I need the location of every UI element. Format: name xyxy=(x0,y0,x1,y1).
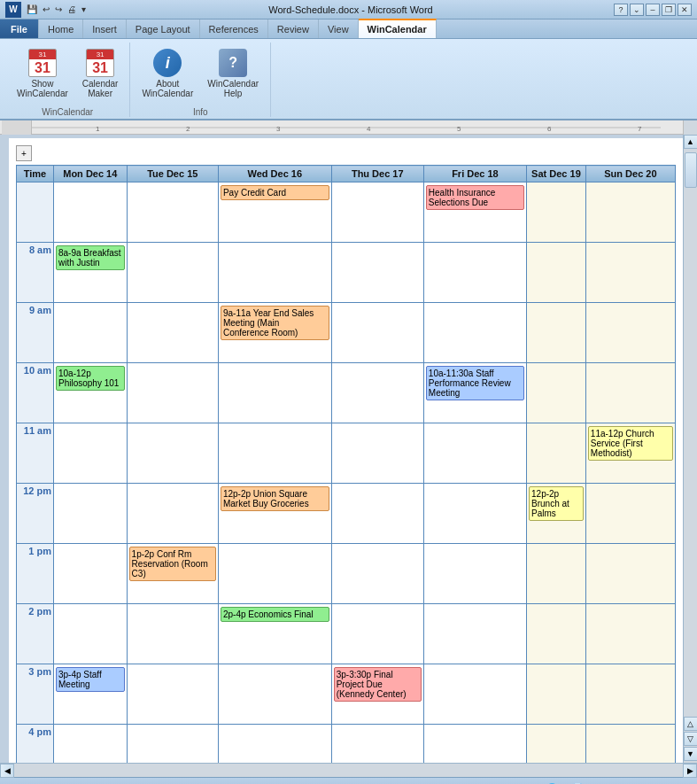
time-label-9am: 9 am xyxy=(17,303,54,363)
about-wincalendar-btn[interactable]: i AboutWinCalendar xyxy=(137,46,197,101)
word-icon: W xyxy=(5,2,21,18)
cell-tue-11am xyxy=(127,423,218,484)
tab-view[interactable]: View xyxy=(319,19,359,38)
about-icon: i xyxy=(153,49,182,77)
cell-mon-12pm xyxy=(54,484,128,544)
svg-text:3: 3 xyxy=(276,125,281,133)
show-wincal-icon: 31 31 xyxy=(28,49,57,77)
event-pay-credit-card: Pay Credit Card xyxy=(221,185,329,200)
table-row: 11 am 11a-12p Church Service (First Meth… xyxy=(17,423,676,484)
cell-wed-9am: 9a-11a Year End Sales Meeting (Main Conf… xyxy=(218,303,331,363)
cell-sun-4pm xyxy=(585,725,675,764)
print-qat-btn[interactable]: 🖨 xyxy=(66,4,78,15)
scroll-left-btn[interactable]: ◀ xyxy=(0,764,14,778)
redo-qat-btn[interactable]: ↪ xyxy=(53,4,64,15)
time-label-12pm: 12 pm xyxy=(17,484,54,544)
event-year-end-sales: 9a-11a Year End Sales Meeting (Main Conf… xyxy=(221,306,329,340)
cell-mon-1pm xyxy=(54,544,128,604)
scroll-page-up-btn[interactable]: △ xyxy=(684,717,698,731)
scroll-thumb[interactable] xyxy=(685,152,697,188)
svg-text:4: 4 xyxy=(367,125,371,133)
scroll-bottom-btns: △ ▽ ▼ xyxy=(684,717,698,761)
left-margin xyxy=(0,135,9,763)
close-btn[interactable]: ✕ xyxy=(678,4,692,16)
event-brunch-palms: 12p-2p Brunch at Palms xyxy=(529,486,584,521)
cell-sat-10am xyxy=(527,363,586,423)
table-row: Pay Credit Card Health Insurance Selecti… xyxy=(17,182,676,243)
corner-row: + xyxy=(16,145,676,163)
calendar-header-row: Time Mon Dec 14 Tue Dec 15 Wed Dec 16 Th… xyxy=(17,166,676,182)
scroll-up-btn[interactable]: ▲ xyxy=(684,135,698,149)
cell-wed-12pm: 12p-2p Union Square Market Buy Groceries xyxy=(218,484,331,544)
ribbon-group-wincal-items: 31 31 ShowWinCalendar 31 31 CalendarMake… xyxy=(12,44,122,105)
event-staff-meeting: 3p-4p Staff Meeting xyxy=(56,667,125,692)
header-sat: Sat Dec 19 xyxy=(527,166,586,182)
cell-sun-9am xyxy=(585,303,675,363)
cell-thu-4pm xyxy=(331,725,423,764)
event-philosophy: 10a-12p Philosophy 101 xyxy=(56,366,125,391)
cell-wed-2pm: 2p-4p Economics Final xyxy=(218,604,331,664)
tab-insert[interactable]: Insert xyxy=(83,19,127,38)
horizontal-scrollbar: ◀ ▶ xyxy=(0,763,697,777)
time-label-2pm: 2 pm xyxy=(17,604,54,664)
header-tue: Tue Dec 15 xyxy=(127,166,218,182)
tab-wincalendar[interactable]: WinCalendar xyxy=(359,19,437,38)
ribbon-group-wincalendar: 31 31 ShowWinCalendar 31 31 CalendarMake… xyxy=(5,43,130,117)
cell-tue-10am xyxy=(127,363,218,423)
cell-sun-2pm xyxy=(585,604,675,664)
ribbon-group-wincal-label: WinCalendar xyxy=(42,107,93,117)
cell-thu-10am xyxy=(331,363,423,423)
tab-home[interactable]: Home xyxy=(39,19,83,38)
cell-tue-4pm xyxy=(127,725,218,764)
cell-tue-3pm xyxy=(127,664,218,725)
status-bar: Page: 1 of 2 Words: 120 ✓ English (U.S.)… xyxy=(0,777,697,784)
corner-button[interactable]: + xyxy=(16,145,32,161)
cell-sat-4pm xyxy=(527,725,586,764)
qat-more-btn[interactable]: ▾ xyxy=(80,4,88,15)
cell-mon-9am xyxy=(54,303,128,363)
restore-btn[interactable]: ❐ xyxy=(662,4,676,16)
cell-mon-4pm xyxy=(54,725,128,764)
ribbon-toggle-btn[interactable]: ⌄ xyxy=(630,4,644,16)
scroll-right-btn[interactable]: ▶ xyxy=(683,764,697,778)
quick-access-toolbar: 💾 ↩ ↪ 🖨 ▾ xyxy=(25,4,88,15)
undo-qat-btn[interactable]: ↩ xyxy=(41,4,51,15)
ribbon-group-info-items: i AboutWinCalendar ? WinCalendarHelp xyxy=(137,44,263,105)
calendar-maker-btn[interactable]: 31 31 CalendarMaker xyxy=(78,46,123,101)
h-scroll-track xyxy=(14,764,683,777)
table-row: 2 pm 2p-4p Economics Final xyxy=(17,604,676,664)
cell-fri-9am xyxy=(423,303,526,363)
table-row: 9 am 9a-11a Year End Sales Meeting (Main… xyxy=(17,303,676,363)
help-btn[interactable]: ? xyxy=(614,4,628,16)
cell-thu-1pm xyxy=(331,544,423,604)
cell-tue-8am xyxy=(127,243,218,303)
scroll-down-btn[interactable]: ▼ xyxy=(684,747,698,761)
svg-text:6: 6 xyxy=(547,125,552,133)
tab-page-layout[interactable]: Page Layout xyxy=(127,19,200,38)
ruler: 1 2 3 4 5 6 7 xyxy=(0,120,697,135)
wincalendar-help-btn[interactable]: ? WinCalendarHelp xyxy=(203,46,263,101)
tab-references[interactable]: References xyxy=(200,19,268,38)
ribbon-group-info-label: Info xyxy=(193,107,208,117)
minimize-btn[interactable]: – xyxy=(646,4,660,16)
header-thu: Thu Dec 17 xyxy=(331,166,423,182)
scroll-page-down-btn[interactable]: ▽ xyxy=(684,732,698,746)
header-wed: Wed Dec 16 xyxy=(218,166,331,182)
cell-sat-1pm xyxy=(527,544,586,604)
ruler-right-corner xyxy=(683,120,697,135)
table-row: 12 pm 12p-2p Union Square Market Buy Gro… xyxy=(17,484,676,544)
cell-wed-10am xyxy=(218,363,331,423)
cell-fri-10am: 10a-11:30a Staff Performance Review Meet… xyxy=(423,363,526,423)
save-qat-btn[interactable]: 💾 xyxy=(25,4,39,15)
event-conf-room: 1p-2p Conf Rm Reservation (Room C3) xyxy=(129,547,216,581)
tab-file[interactable]: File xyxy=(0,19,39,38)
calendar-table: Time Mon Dec 14 Tue Dec 15 Wed Dec 16 Th… xyxy=(16,165,676,763)
tab-review[interactable]: Review xyxy=(268,19,319,38)
event-church-service: 11a-12p Church Service (First Methodist) xyxy=(588,426,673,461)
cell-wed-4pm xyxy=(218,725,331,764)
cell-mon-3pm: 3p-4p Staff Meeting xyxy=(54,664,128,725)
show-wincalendar-btn[interactable]: 31 31 ShowWinCalendar xyxy=(12,46,73,101)
header-fri: Fri Dec 18 xyxy=(423,166,526,182)
header-sun: Sun Dec 20 xyxy=(585,166,675,182)
table-row: 1 pm 1p-2p Conf Rm Reservation (Room C3) xyxy=(17,544,676,604)
